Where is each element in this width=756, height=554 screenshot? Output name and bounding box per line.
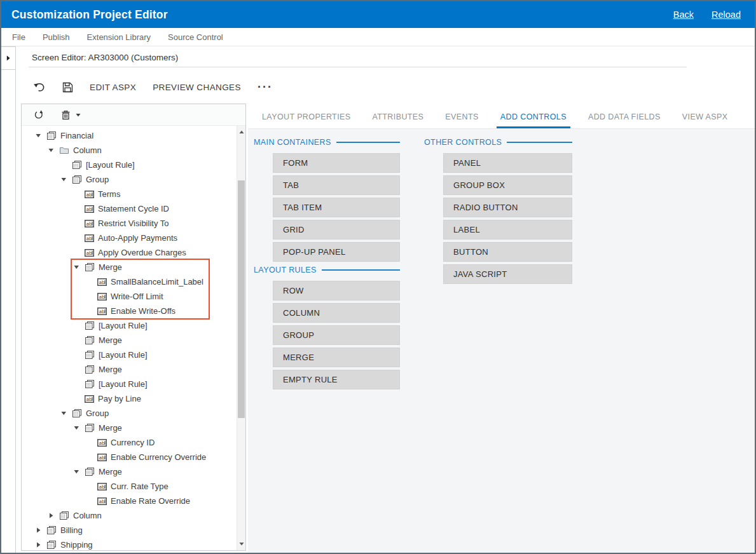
scrollbar-thumb[interactable] bbox=[238, 180, 245, 418]
tree-item-enable-rate-override[interactable]: abEnable Rate Override bbox=[22, 494, 237, 508]
tree-item-curr-rate-type[interactable]: abCurr. Rate Type bbox=[22, 479, 237, 494]
control-button-pop-up-panel[interactable]: POP-UP PANEL bbox=[273, 242, 400, 262]
tree-item-label: Statement Cycle ID bbox=[98, 204, 169, 213]
tree-item-statement-cycle-id[interactable]: abStatement Cycle ID bbox=[22, 201, 237, 216]
tree-item-column[interactable]: Column bbox=[22, 143, 237, 158]
tree-item-enable-currency-override[interactable]: abEnable Currency Override bbox=[22, 450, 237, 464]
tree-expand-toggle[interactable] bbox=[61, 410, 71, 416]
tree-item-merge[interactable]: Merge bbox=[22, 362, 237, 377]
reload-link[interactable]: Reload bbox=[711, 10, 741, 20]
tree-item-layout-rule[interactable]: [Layout Rule] bbox=[22, 377, 237, 391]
textbox-icon: ab bbox=[97, 307, 107, 315]
menu-item-file[interactable]: File bbox=[12, 32, 25, 42]
tree-expand-toggle[interactable] bbox=[48, 513, 58, 518]
control-button-row[interactable]: ROW bbox=[273, 281, 400, 301]
tab-events[interactable]: EVENTS bbox=[444, 112, 479, 128]
tree-item-group[interactable]: Group bbox=[22, 406, 237, 421]
control-button-panel[interactable]: PANEL bbox=[443, 153, 572, 173]
tab-add-data-fields[interactable]: ADD DATA FIELDS bbox=[587, 112, 662, 128]
tree-item-smallbalancelimit-label[interactable]: abSmallBalanceLimit_Label bbox=[22, 274, 237, 289]
menu-item-publish[interactable]: Publish bbox=[43, 32, 70, 42]
collapse-arrow-icon[interactable] bbox=[48, 147, 54, 153]
control-button-tab-item[interactable]: TAB ITEM bbox=[273, 198, 400, 217]
collapse-arrow-icon[interactable] bbox=[74, 264, 79, 270]
tab-attributes[interactable]: ATTRIBUTES bbox=[371, 112, 425, 128]
save-button[interactable] bbox=[62, 82, 73, 93]
tree-item-label: Curr. Rate Type bbox=[111, 482, 168, 491]
tree-expand-toggle[interactable] bbox=[36, 133, 45, 138]
tree-expand-toggle[interactable] bbox=[74, 425, 83, 431]
expand-arrow-icon[interactable] bbox=[36, 542, 41, 548]
control-button-button[interactable]: BUTTON bbox=[443, 242, 572, 262]
tree-expand-toggle[interactable] bbox=[74, 469, 83, 475]
control-button-group[interactable]: GROUP bbox=[273, 325, 400, 345]
back-link[interactable]: Back bbox=[673, 10, 694, 20]
expand-panel-toggle[interactable] bbox=[1, 46, 15, 70]
control-button-grid[interactable]: GRID bbox=[273, 220, 400, 240]
control-button-empty-rule[interactable]: EMPTY RULE bbox=[273, 370, 400, 389]
refresh-button[interactable] bbox=[33, 109, 44, 120]
control-button-merge[interactable]: MERGE bbox=[273, 348, 400, 367]
tree-item-shipping[interactable]: Shipping bbox=[22, 537, 237, 550]
control-button-java-script[interactable]: JAVA SCRIPT bbox=[443, 264, 572, 284]
edit-aspx-button[interactable]: EDIT ASPX bbox=[90, 83, 136, 92]
control-button-label[interactable]: LABEL bbox=[443, 220, 572, 240]
control-button-column[interactable]: COLUMN bbox=[273, 303, 400, 323]
tree-item-group[interactable]: Group bbox=[22, 172, 237, 187]
tree-item-merge[interactable]: Merge bbox=[22, 464, 237, 479]
tree-expand-toggle[interactable] bbox=[36, 542, 45, 548]
tree-item-merge[interactable]: Merge bbox=[22, 421, 237, 435]
tree-item-merge[interactable]: Merge bbox=[22, 260, 237, 274]
delete-button[interactable] bbox=[61, 110, 81, 120]
scroll-down-icon[interactable] bbox=[237, 540, 245, 548]
container-icon bbox=[72, 175, 82, 184]
tree-item-layout-rule[interactable]: [Layout Rule] bbox=[22, 318, 237, 333]
tree-item-auto-apply-payments[interactable]: abAuto-Apply Payments bbox=[22, 231, 237, 245]
tree-item-terms[interactable]: abTerms bbox=[22, 187, 237, 201]
expand-arrow-icon[interactable] bbox=[36, 527, 41, 533]
tree-item-merge[interactable]: Merge bbox=[22, 333, 237, 348]
tree-item-label: Billing bbox=[60, 525, 83, 535]
collapse-arrow-icon[interactable] bbox=[74, 469, 79, 475]
menu-item-extension-library[interactable]: Extension Library bbox=[87, 32, 151, 42]
tree-item-restrict-visibility-to[interactable]: abRestrict Visibility To bbox=[22, 216, 237, 231]
undo-button[interactable] bbox=[33, 82, 46, 92]
collapse-arrow-icon[interactable] bbox=[61, 177, 67, 182]
control-button-radio-button[interactable]: RADIO BUTTON bbox=[443, 198, 572, 217]
control-button-tab[interactable]: TAB bbox=[273, 175, 400, 195]
more-actions-button[interactable]: ··· bbox=[258, 84, 273, 90]
tree-item-write-off-limit[interactable]: abWrite-Off Limit bbox=[22, 289, 237, 304]
tab-view-aspx[interactable]: VIEW ASPX bbox=[681, 112, 729, 128]
svg-text:ab: ab bbox=[86, 220, 92, 226]
collapse-arrow-icon[interactable] bbox=[61, 410, 67, 416]
menu-item-source-control[interactable]: Source Control bbox=[168, 32, 223, 42]
preview-changes-button[interactable]: PREVIEW CHANGES bbox=[153, 83, 241, 92]
tree-item-billing[interactable]: Billing bbox=[22, 523, 237, 537]
tree-expand-toggle[interactable] bbox=[48, 147, 58, 153]
control-button-group-box[interactable]: GROUP BOX bbox=[443, 175, 572, 195]
control-button-form[interactable]: FORM bbox=[273, 153, 400, 173]
tree-item-pay-by-line[interactable]: abPay by Line bbox=[22, 391, 237, 406]
container-icon bbox=[59, 511, 69, 520]
expand-arrow-icon[interactable] bbox=[48, 513, 54, 518]
tree-expand-toggle[interactable] bbox=[74, 264, 83, 270]
tree-item-enable-write-offs[interactable]: abEnable Write-Offs bbox=[22, 304, 237, 318]
tab-add-controls[interactable]: ADD CONTROLS bbox=[499, 112, 568, 128]
tree-item-currency-id[interactable]: abCurrency ID bbox=[22, 435, 237, 450]
tree-item-column[interactable]: Column bbox=[22, 508, 237, 523]
tree-expand-toggle[interactable] bbox=[36, 527, 45, 533]
tree-item-layout-rule[interactable]: [Layout Rule] bbox=[22, 158, 237, 172]
tab-layout-properties[interactable]: LAYOUT PROPERTIES bbox=[261, 112, 352, 128]
caret-down-icon[interactable] bbox=[76, 113, 81, 117]
container-icon bbox=[85, 350, 95, 360]
tree-item-financial[interactable]: Financial bbox=[22, 128, 237, 143]
tree-expand-toggle[interactable] bbox=[61, 177, 71, 182]
tree-item-layout-rule[interactable]: [Layout Rule] bbox=[22, 348, 237, 362]
collapse-arrow-icon[interactable] bbox=[74, 425, 79, 431]
tree-item-apply-overdue-charges[interactable]: abApply Overdue Charges bbox=[22, 245, 237, 260]
collapse-arrow-icon[interactable] bbox=[36, 133, 41, 138]
titlebar-links: Back Reload bbox=[673, 10, 741, 20]
tree-scrollbar[interactable] bbox=[237, 126, 245, 550]
scroll-up-icon[interactable] bbox=[237, 128, 245, 136]
customization-project-editor-window: Customization Project Editor Back Reload… bbox=[0, 0, 756, 554]
